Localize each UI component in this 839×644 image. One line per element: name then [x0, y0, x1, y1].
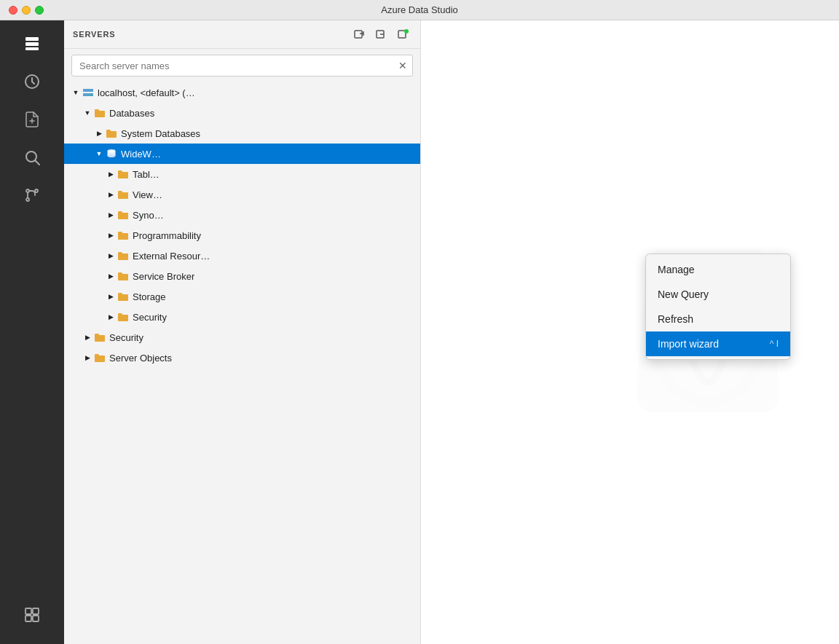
- collapse-arrow: [70, 87, 82, 98]
- svg-rect-2: [25, 47, 39, 50]
- app-container: SERVERS: [0, 20, 839, 644]
- manage-label: Manage: [658, 264, 695, 275]
- tree-item-security[interactable]: Security: [64, 327, 420, 347]
- expand-arrow: [82, 331, 93, 343]
- folder-icon: [93, 351, 106, 364]
- external-label: External Resour…: [133, 251, 210, 262]
- context-menu-refresh[interactable]: Refresh: [646, 307, 790, 331]
- close-button[interactable]: [9, 6, 17, 15]
- expand-arrow: [105, 209, 117, 221]
- folder-icon: [117, 249, 130, 262]
- svg-rect-0: [25, 37, 39, 41]
- server-icon: [82, 86, 95, 99]
- tree-item-views[interactable]: View…: [64, 184, 420, 205]
- folder-icon: [93, 331, 106, 344]
- svg-point-19: [404, 29, 409, 34]
- sidebar-title: SERVERS: [73, 30, 116, 39]
- new-connection-icon[interactable]: [352, 26, 368, 42]
- tree-item-storage[interactable]: Storage: [64, 286, 420, 307]
- tree-item-server[interactable]: localhost, <default> (…: [64, 82, 420, 103]
- tree-item-programmability[interactable]: Programmability: [64, 225, 420, 246]
- refresh-label: Refresh: [658, 313, 693, 325]
- database-icon: [105, 147, 118, 160]
- folder-icon: [117, 310, 130, 323]
- expand-arrow: [82, 352, 93, 364]
- wideworld-label: WideW…: [121, 149, 161, 160]
- expand-arrow: [105, 250, 117, 262]
- window-title: Azure Data Studio: [381, 4, 458, 15]
- collapse-arrow: [93, 148, 105, 160]
- traffic-lights: [9, 6, 44, 15]
- activity-item-newfile[interactable]: [15, 102, 50, 137]
- activity-bar: [0, 20, 64, 644]
- expand-arrow: [105, 229, 117, 241]
- folder-icon: [117, 188, 130, 201]
- folder-icon: [117, 290, 130, 303]
- folder-icon: [117, 208, 130, 221]
- tree-item-synonyms[interactable]: Syno…: [64, 205, 420, 225]
- svg-rect-1: [25, 42, 39, 46]
- svg-rect-12: [33, 616, 39, 621]
- folder-icon: [105, 127, 118, 140]
- tree-item-serverobjects[interactable]: Server Objects: [64, 347, 420, 368]
- tree-item-security-db[interactable]: Security: [64, 307, 420, 327]
- servicebroker-label: Service Broker: [133, 271, 194, 282]
- sidebar: SERVERS: [64, 20, 421, 644]
- importwizard-label: Import wizard: [658, 338, 719, 350]
- active-connections-icon[interactable]: [395, 26, 411, 42]
- main-content: W Manage New Query Refresh Import wizard…: [421, 20, 839, 644]
- context-menu-manage[interactable]: Manage: [646, 257, 790, 282]
- collapse-arrow: [82, 107, 93, 119]
- expand-arrow: [105, 311, 117, 323]
- activity-item-git[interactable]: [15, 178, 50, 213]
- activity-item-extensions[interactable]: [15, 597, 50, 632]
- svg-rect-11: [25, 616, 31, 621]
- activity-item-history[interactable]: [15, 64, 50, 99]
- expand-arrow: [93, 127, 105, 139]
- search-sidebar-icon: [23, 149, 41, 166]
- security-label: Security: [109, 332, 143, 343]
- context-menu: Manage New Query Refresh Import wizard ^…: [645, 254, 791, 360]
- title-bar: Azure Data Studio: [0, 0, 839, 20]
- sidebar-header: SERVERS: [64, 20, 420, 49]
- activity-item-search[interactable]: [15, 140, 50, 175]
- minimize-button[interactable]: [22, 6, 31, 15]
- views-label: View…: [133, 189, 162, 200]
- tree-item-external[interactable]: External Resour…: [64, 246, 420, 266]
- new-file-icon: [23, 111, 41, 128]
- search-clear-icon[interactable]: ✕: [398, 60, 407, 71]
- maximize-button[interactable]: [35, 6, 44, 15]
- tables-label: Tabl…: [133, 169, 159, 180]
- tree-item-tables[interactable]: Tabl…: [64, 164, 420, 184]
- tree-item-databases[interactable]: Databases: [64, 103, 420, 123]
- systemdb-label: System Databases: [121, 128, 200, 139]
- svg-point-25: [108, 154, 116, 157]
- tree-item-servicebroker[interactable]: Service Broker: [64, 266, 420, 286]
- search-input[interactable]: [71, 55, 413, 76]
- history-icon: [23, 73, 41, 90]
- expand-arrow: [105, 270, 117, 282]
- svg-point-8: [35, 189, 38, 192]
- context-menu-newquery[interactable]: New Query: [646, 282, 790, 307]
- programmability-label: Programmability: [133, 230, 201, 241]
- tree-item-wideworld[interactable]: WideW…: [64, 144, 420, 164]
- server-label: localhost, <default> (…: [98, 87, 195, 98]
- new-server-group-icon[interactable]: [374, 26, 390, 42]
- svg-point-22: [90, 94, 92, 95]
- svg-rect-9: [25, 608, 31, 614]
- newquery-label: New Query: [658, 288, 709, 300]
- expand-arrow: [105, 168, 117, 180]
- synonyms-label: Syno…: [133, 210, 164, 221]
- servers-icon: [23, 35, 41, 52]
- tree-item-systemdb[interactable]: System Databases: [64, 123, 420, 144]
- search-container: ✕: [71, 55, 413, 76]
- security-db-label: Security: [133, 312, 167, 323]
- serverobjects-label: Server Objects: [109, 353, 172, 364]
- context-menu-importwizard[interactable]: Import wizard ^ I: [646, 331, 790, 356]
- databases-label: Databases: [109, 108, 154, 119]
- folder-icon: [117, 270, 130, 283]
- svg-line-5: [36, 161, 40, 165]
- importwizard-shortcut: ^ I: [770, 339, 779, 349]
- activity-item-servers[interactable]: [15, 26, 50, 61]
- expand-arrow: [105, 291, 117, 302]
